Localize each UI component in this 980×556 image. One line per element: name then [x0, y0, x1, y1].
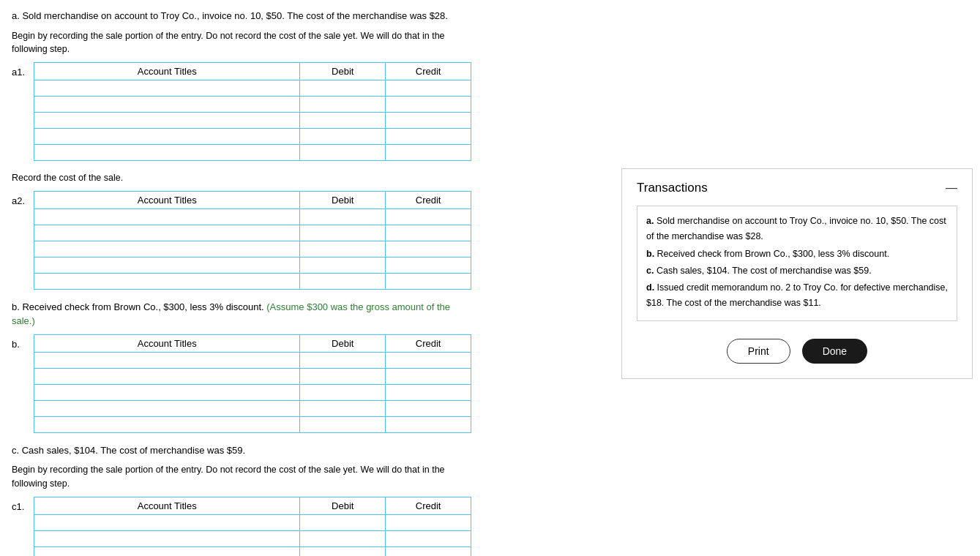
credit-input[interactable] — [386, 515, 471, 530]
table-c1-wrapper: c1. Account Titles Debit Credit — [12, 497, 471, 556]
credit-input[interactable] — [386, 417, 471, 432]
transaction-label-b: b. — [646, 249, 654, 259]
label-a1: a1. — [12, 62, 34, 78]
debit-input[interactable] — [300, 515, 385, 530]
debit-input[interactable] — [300, 97, 385, 112]
table-row — [34, 241, 471, 257]
credit-input[interactable] — [386, 531, 471, 546]
table-row — [34, 273, 471, 289]
transaction-item-a: a. Sold merchandise on account to Troy C… — [646, 214, 948, 245]
credit-input[interactable] — [386, 209, 471, 225]
debit-input[interactable] — [300, 225, 385, 241]
panel-buttons: Print Done — [637, 339, 957, 364]
col-header-credit-a2: Credit — [386, 191, 471, 209]
credit-input[interactable] — [386, 145, 471, 160]
col-header-account-a2: Account Titles — [34, 191, 300, 209]
account-input[interactable] — [34, 97, 299, 112]
debit-input[interactable] — [300, 145, 385, 160]
table-row — [34, 80, 471, 97]
debit-input[interactable] — [300, 258, 385, 273]
account-input[interactable] — [34, 385, 299, 400]
problem-a-text: a. Sold merchandise on account to Troy C… — [12, 9, 471, 23]
transactions-list: a. Sold merchandise on account to Troy C… — [637, 206, 957, 321]
account-input[interactable] — [34, 113, 299, 128]
credit-input[interactable] — [386, 113, 471, 128]
table-a2: Account Titles Debit Credit — [34, 191, 471, 290]
col-header-credit-b: Credit — [386, 334, 471, 352]
debit-input[interactable] — [300, 241, 385, 257]
debit-input[interactable] — [300, 353, 385, 368]
col-header-credit-a1: Credit — [386, 63, 471, 80]
account-input[interactable] — [34, 145, 299, 160]
account-input[interactable] — [34, 531, 299, 546]
account-input[interactable] — [34, 417, 299, 432]
account-input[interactable] — [34, 401, 299, 416]
account-input[interactable] — [34, 129, 299, 144]
account-input[interactable] — [34, 241, 299, 257]
label-a2: a2. — [12, 191, 34, 206]
problem-b-text: b. Received check from Brown Co., $300, … — [12, 300, 471, 328]
account-input[interactable] — [34, 274, 299, 289]
col-header-account-c1: Account Titles — [34, 497, 300, 514]
panel-title: Transactions — [637, 181, 708, 195]
account-input[interactable] — [34, 209, 299, 225]
debit-input[interactable] — [300, 547, 385, 556]
debit-input[interactable] — [300, 209, 385, 225]
debit-input[interactable] — [300, 369, 385, 384]
col-header-debit-b: Debit — [300, 334, 386, 352]
instruction-c1-text: Begin by recording the sale portion of t… — [12, 463, 471, 491]
transaction-text-b: Received check from Brown Co., $300, les… — [657, 249, 890, 259]
table-row — [34, 384, 471, 400]
account-input[interactable] — [34, 547, 299, 556]
credit-input[interactable] — [386, 129, 471, 144]
debit-input[interactable] — [300, 129, 385, 144]
col-header-debit-c1: Debit — [300, 497, 386, 514]
table-row — [34, 257, 471, 273]
transaction-text-a: Sold merchandise on account to Troy Co.,… — [646, 216, 946, 241]
col-header-credit-c1: Credit — [386, 497, 471, 514]
credit-input[interactable] — [386, 369, 471, 384]
table-c1: Account Titles Debit Credit — [34, 497, 471, 556]
debit-input[interactable] — [300, 274, 385, 289]
table-row — [34, 400, 471, 416]
transaction-item-d: d. Issued credit memorandum no. 2 to Tro… — [646, 280, 948, 312]
print-button[interactable]: Print — [727, 339, 790, 364]
debit-input[interactable] — [300, 385, 385, 400]
col-header-debit-a1: Debit — [300, 63, 386, 80]
transaction-item-c: c. Cash sales, $104. The cost of merchan… — [646, 263, 948, 279]
account-input[interactable] — [34, 258, 299, 273]
credit-input[interactable] — [386, 547, 471, 556]
credit-input[interactable] — [386, 401, 471, 416]
table-b-wrapper: b. Account Titles Debit Credit — [12, 334, 471, 433]
credit-input[interactable] — [386, 225, 471, 241]
account-input[interactable] — [34, 80, 299, 96]
transaction-text-d: Issued credit memorandum no. 2 to Troy C… — [646, 282, 948, 308]
debit-input[interactable] — [300, 401, 385, 416]
table-row — [34, 129, 471, 145]
credit-input[interactable] — [386, 385, 471, 400]
debit-input[interactable] — [300, 531, 385, 546]
credit-input[interactable] — [386, 353, 471, 368]
credit-input[interactable] — [386, 258, 471, 273]
credit-input[interactable] — [386, 97, 471, 112]
table-a1-wrapper: a1. Account Titles Debit Credit — [12, 62, 471, 161]
transaction-label-a: a. — [646, 216, 654, 226]
instruction-a1-text: Begin by recording the sale portion of t… — [12, 29, 471, 57]
account-input[interactable] — [34, 515, 299, 530]
credit-input[interactable] — [386, 241, 471, 257]
account-input[interactable] — [34, 369, 299, 384]
table-row — [34, 113, 471, 129]
credit-input[interactable] — [386, 274, 471, 289]
table-row — [34, 352, 471, 368]
col-header-debit-a2: Debit — [300, 191, 386, 209]
done-button[interactable]: Done — [802, 339, 867, 364]
credit-input[interactable] — [386, 80, 471, 96]
minimize-button[interactable]: — — [946, 182, 957, 194]
debit-input[interactable] — [300, 80, 385, 96]
debit-input[interactable] — [300, 417, 385, 432]
debit-input[interactable] — [300, 113, 385, 128]
transaction-item-b: b. Received check from Brown Co., $300, … — [646, 247, 948, 262]
account-input[interactable] — [34, 353, 299, 368]
account-input[interactable] — [34, 225, 299, 241]
col-header-account-b: Account Titles — [34, 334, 300, 352]
